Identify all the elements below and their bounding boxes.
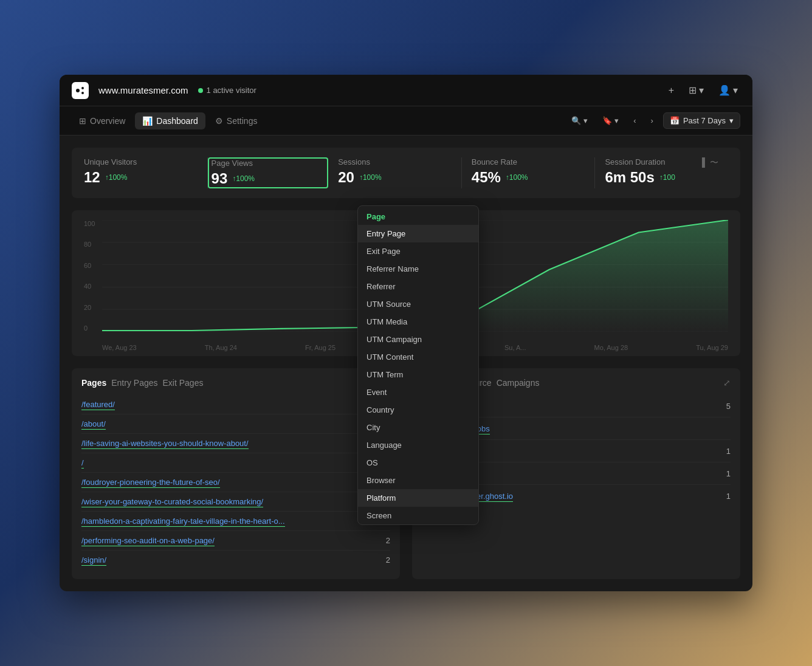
table-row: /featured/ 5 [81, 395, 390, 414]
bar-chart-icon[interactable]: ▐ [699, 157, 705, 167]
chart-type-icons[interactable]: ▐ 〜 [699, 157, 718, 168]
active-dot [198, 88, 203, 93]
x-label-fri: Fr, Aug 25 [305, 344, 335, 351]
dropdown-item-referrer-name[interactable]: Referrer Name [358, 260, 478, 278]
referrer-count: 1 [726, 469, 731, 478]
pages-list: /featured/ 5 /about/ 4 /life-saving-ai-w… [81, 395, 390, 569]
nav-overview[interactable]: ⊞ Overview [72, 112, 132, 129]
page-views-value: 93 ↑100% [212, 170, 325, 187]
dashboard-view-button[interactable]: ⊞ ▾ [686, 82, 706, 98]
page-link[interactable]: /signin/ [81, 555, 106, 565]
session-duration-label: Session Duration [605, 157, 675, 166]
dropdown-item-screen[interactable]: Screen [358, 507, 478, 524]
search-button[interactable]: 🔍 ▾ [566, 114, 593, 128]
tab-exit-pages[interactable]: Exit Pages [163, 378, 204, 388]
dashboard-icon: 📊 [142, 116, 153, 126]
settings-label: Settings [227, 116, 258, 126]
dropdown-item-utm-source[interactable]: UTM Source [358, 295, 478, 313]
page-link[interactable]: /wiser-your-gateway-to-curated-social-bo… [81, 497, 263, 506]
chevron-right-icon: › [651, 116, 653, 125]
chevron-left-icon: ‹ [633, 116, 636, 125]
page-link[interactable]: /foudroyer-pioneering-the-future-of-seo/ [81, 478, 220, 487]
page-link[interactable]: /featured/ [81, 400, 115, 409]
page-link[interactable]: /about/ [81, 419, 106, 428]
session-duration-value: 6m 50s ↑100 [605, 169, 675, 186]
logo [72, 82, 89, 99]
dropdown-item-entry-page[interactable]: Entry Page [358, 225, 478, 242]
unique-visitors-stat: Unique Visitors 12 ↑100% [84, 157, 208, 188]
add-button[interactable]: + [666, 83, 676, 98]
nav-dashboard[interactable]: 📊 Dashboard [135, 112, 205, 129]
y-label-20: 20 [84, 304, 95, 311]
top-bar: www.muratesmer.com 1 active visitor + ⊞ … [60, 75, 752, 106]
prev-button[interactable]: ‹ [628, 114, 641, 128]
dropdown-item-utm-content[interactable]: UTM Content [358, 348, 478, 366]
y-label-40: 40 [84, 283, 95, 290]
dropdown-item-exit-page[interactable]: Exit Page [358, 242, 478, 260]
sessions-stat: Sessions 20 ↑100% [328, 157, 462, 188]
dropdown-item-country[interactable]: Country [358, 401, 478, 419]
dropdown-item-browser[interactable]: Browser [358, 472, 478, 489]
calendar-icon: 📅 [670, 116, 680, 125]
dropdown-item-os[interactable]: OS [358, 454, 478, 472]
filter-dropdown: Page Entry Page Exit Page Referrer Name … [357, 205, 479, 525]
page-count: 2 [386, 555, 390, 565]
date-chevron-icon: ▾ [729, 116, 734, 125]
x-label-mon: Mo, Aug 28 [594, 344, 628, 351]
page-link[interactable]: /performing-seo-audit-on-a-web-page/ [81, 536, 215, 545]
referrers-expand-button[interactable]: ⤢ [723, 378, 731, 388]
page-views-label: Page Views [212, 159, 325, 168]
page-views-stat: Page Views 93 ↑100% [208, 157, 329, 188]
y-label-100: 100 [84, 220, 95, 227]
dropdown-item-utm-term[interactable]: UTM Term [358, 366, 478, 383]
next-button[interactable]: › [646, 114, 658, 128]
page-views-badge: ↑100% [232, 174, 255, 183]
line-chart-icon[interactable]: 〜 [710, 157, 718, 168]
table-row: /signin/ 2 [81, 551, 390, 569]
unique-visitors-value: 12 ↑100% [84, 169, 198, 186]
tab-pages[interactable]: Pages [81, 378, 106, 388]
dropdown-item-utm-campaign[interactable]: UTM Campaign [358, 331, 478, 348]
x-label-wed: We, Aug 23 [102, 344, 137, 351]
active-visitor-indicator: 1 active visitor [198, 86, 256, 95]
pages-panel-tabs: Pages Entry Pages Exit Pages [81, 378, 203, 388]
table-row: /life-saving-ai-websites-you-should-know… [81, 434, 390, 453]
page-link[interactable]: / [81, 458, 84, 467]
nav-settings[interactable]: ⚙ Settings [208, 112, 265, 129]
unique-visitors-label: Unique Visitors [84, 157, 198, 166]
dropdown-item-event[interactable]: Event [358, 383, 478, 401]
svg-point-2 [81, 92, 84, 94]
page-link[interactable]: /life-saving-ai-websites-you-should-know… [81, 439, 249, 448]
user-chevron-icon: ▾ [733, 84, 738, 96]
dropdown-section-label: Page [358, 206, 478, 225]
bookmark-button[interactable]: 🔖 ▾ [597, 114, 624, 128]
pages-panel: Pages Entry Pages Exit Pages ⤢ /featured… [72, 368, 400, 579]
date-picker[interactable]: 📅 Past 7 Days ▾ [663, 112, 740, 129]
overview-icon: ⊞ [79, 116, 86, 126]
x-label-tue: Tu, Aug 29 [696, 344, 728, 351]
search-icon: 🔍 [571, 116, 581, 125]
user-menu-button[interactable]: 👤 ▾ [716, 82, 740, 98]
tab-campaigns[interactable]: Campaigns [497, 378, 540, 388]
chart-y-labels: 100 80 60 40 20 0 [84, 220, 95, 332]
tab-entry-pages[interactable]: Entry Pages [111, 378, 157, 388]
user-icon: 👤 [718, 84, 731, 96]
dropdown-item-city[interactable]: City [358, 419, 478, 436]
table-row: /about/ 4 [81, 414, 390, 434]
svg-point-0 [76, 89, 80, 92]
dropdown-item-platform[interactable]: Platform [358, 489, 478, 507]
dropdown-item-language[interactable]: Language [358, 436, 478, 454]
bookmark-chevron: ▾ [614, 116, 619, 125]
overview-label: Overview [90, 116, 125, 126]
nav-actions: 🔍 ▾ 🔖 ▾ ‹ › 📅 Past 7 Days ▾ [566, 112, 740, 129]
sessions-value: 20 ↑100% [338, 169, 452, 186]
x-label-sun: Su, A... [504, 344, 526, 351]
referrer-count: 5 [726, 402, 731, 411]
date-range-label: Past 7 Days [683, 116, 726, 125]
app-window: www.muratesmer.com 1 active visitor + ⊞ … [60, 75, 752, 591]
dropdown-item-utm-media[interactable]: UTM Media [358, 313, 478, 331]
page-link[interactable]: /hambledon-a-captivating-fairy-tale-vill… [81, 517, 285, 526]
svg-point-1 [81, 87, 84, 89]
nav-bar: ⊞ Overview 📊 Dashboard ⚙ Settings 🔍 ▾ 🔖 … [60, 106, 752, 136]
dropdown-item-referrer[interactable]: Referrer [358, 278, 478, 295]
